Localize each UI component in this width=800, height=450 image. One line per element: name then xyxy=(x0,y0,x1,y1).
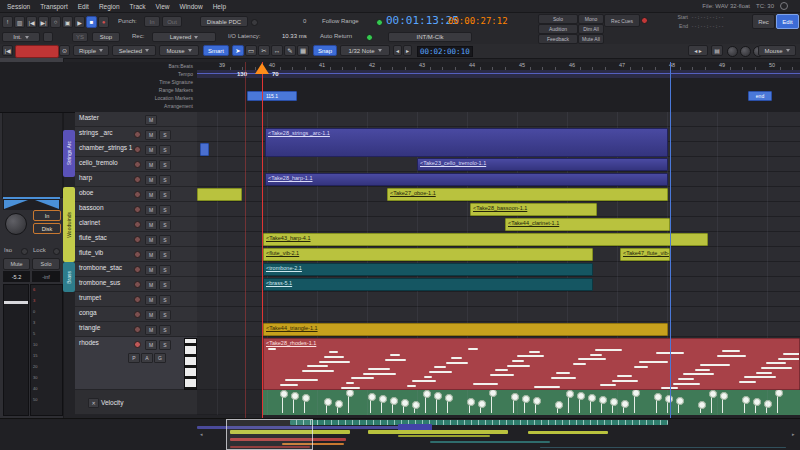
solo-button[interactable]: S xyxy=(159,220,171,230)
velocity-region[interactable] xyxy=(263,390,800,415)
pdc-led[interactable] xyxy=(251,19,258,26)
menu-help[interactable]: Help xyxy=(209,3,230,10)
velocity-lollipop[interactable] xyxy=(744,401,745,413)
timeline[interactable]: <Take28_strings _arc-1.1<Take23_cello_tr… xyxy=(197,112,800,415)
track-name[interactable]: chamber_strings 1 xyxy=(79,144,132,151)
go-to-start-button[interactable]: |◀ xyxy=(26,16,37,28)
velocity-lollipop[interactable] xyxy=(524,400,525,413)
midi-a-button[interactable]: A xyxy=(141,353,153,363)
velocity-lollipop[interactable] xyxy=(414,406,415,413)
smart-mode-button[interactable]: Smart xyxy=(203,45,229,56)
velocity-lollipop[interactable] xyxy=(392,402,393,413)
track-header-harp[interactable]: harpMS xyxy=(75,172,197,187)
record-enable-dot[interactable] xyxy=(134,341,141,348)
velocity-lollipop[interactable] xyxy=(513,398,514,413)
edit-point-select[interactable]: Mouse xyxy=(159,45,199,56)
record-enable-dot[interactable] xyxy=(134,296,141,303)
menu-track[interactable]: Track xyxy=(126,3,150,10)
midi-scroomer-keyboard[interactable] xyxy=(184,338,197,390)
velocity-lollipop[interactable] xyxy=(623,405,624,413)
midi-note[interactable] xyxy=(590,354,602,356)
record-enable-dot[interactable] xyxy=(134,266,141,273)
mute-button[interactable]: M xyxy=(145,280,157,290)
midi-note[interactable] xyxy=(490,374,514,376)
solo-button[interactable]: S xyxy=(159,325,171,335)
punch-out-button[interactable]: Out xyxy=(162,16,182,27)
midi-note[interactable] xyxy=(512,360,524,362)
track-header-trumpet[interactable]: trumpetMS xyxy=(75,292,197,307)
mute-button[interactable]: M xyxy=(145,175,157,185)
mute-button[interactable]: M xyxy=(145,295,157,305)
nudge-clock-button[interactable]: ◂ ▸ xyxy=(688,45,708,56)
secondary-clock[interactable]: 00:00:27:12 xyxy=(448,16,508,26)
record-enable-dot[interactable] xyxy=(134,131,141,138)
menu-view[interactable]: View xyxy=(152,3,174,10)
group-tab-woodwinds[interactable]: Woodwinds xyxy=(63,187,75,262)
metronome-button[interactable]: ▥ xyxy=(14,16,25,28)
summary-right-arrow[interactable]: ▸ xyxy=(792,431,795,437)
midi-note[interactable] xyxy=(324,356,344,358)
solo-button[interactable]: S xyxy=(159,280,171,290)
solo-button[interactable]: S xyxy=(159,190,171,200)
midi-note[interactable] xyxy=(722,350,740,352)
midi-note[interactable] xyxy=(695,369,710,371)
midi-note[interactable] xyxy=(739,381,756,383)
expand-knob-icon[interactable] xyxy=(740,46,751,57)
nudge-back-button[interactable]: ◂ xyxy=(393,45,402,56)
region--take27-oboe-1-1[interactable]: <Take27_oboe-1.1 xyxy=(387,188,668,201)
midi-note[interactable] xyxy=(346,382,354,384)
mute-button[interactable]: M xyxy=(145,205,157,215)
timeline-row-conga[interactable] xyxy=(197,307,800,322)
record-enable-dot[interactable] xyxy=(134,146,141,153)
velocity-lollipop[interactable] xyxy=(579,397,580,413)
velocity-lollipop[interactable] xyxy=(777,394,778,413)
track-name[interactable]: rhodes xyxy=(79,339,99,346)
velocity-lollipop[interactable] xyxy=(469,403,470,413)
grab-tool[interactable]: ➤ xyxy=(232,45,244,56)
midi-note[interactable] xyxy=(341,387,360,389)
mute-button[interactable]: M xyxy=(145,115,157,125)
region--trombone-2-1[interactable]: <trombone-2.1 xyxy=(263,263,593,276)
solo-button[interactable]: S xyxy=(159,175,171,185)
track-header-clarinet[interactable]: clarinetMS xyxy=(75,217,197,232)
midi-note[interactable] xyxy=(556,372,570,374)
group-tab-strings-arc[interactable]: Strings Arc xyxy=(63,130,75,177)
session-summary[interactable]: ◂▸ xyxy=(0,418,800,450)
region--take44-clarinet-1-1[interactable]: <Take44_clarinet-1.1 xyxy=(505,218,670,231)
page-rec-button[interactable]: Rec xyxy=(752,14,775,29)
midi-note[interactable] xyxy=(744,376,776,378)
midi-note[interactable] xyxy=(683,373,714,375)
rec-cues-led[interactable] xyxy=(641,17,648,24)
monitor-mono-button[interactable]: Mono xyxy=(578,14,604,24)
alert-feedback-button[interactable]: Feedback xyxy=(538,34,578,44)
solo-button[interactable]: S xyxy=(159,265,171,275)
loop-button[interactable]: ○ xyxy=(50,16,61,28)
record-enable-dot[interactable] xyxy=(134,176,141,183)
timeline-row-Master[interactable] xyxy=(197,112,800,127)
midi-note[interactable] xyxy=(363,373,396,375)
midi-note[interactable] xyxy=(673,383,700,385)
midi-note[interactable] xyxy=(446,362,468,364)
location-marker[interactable]: 115.1 xyxy=(247,91,297,101)
solo-button[interactable]: S xyxy=(159,130,171,140)
mute-button[interactable]: M xyxy=(145,310,157,320)
region--take43-harp-4-1[interactable]: <Take43_harp-4.1 xyxy=(263,233,708,246)
midi-note[interactable] xyxy=(612,380,638,382)
track-name[interactable]: trumpet xyxy=(79,294,101,301)
peak-display[interactable]: -inf xyxy=(32,271,60,282)
zoom-focus-select[interactable]: Mouse xyxy=(758,45,796,56)
midi-note[interactable] xyxy=(429,371,452,373)
summary-left-arrow[interactable]: ◂ xyxy=(200,431,203,437)
midi-note[interactable] xyxy=(617,375,632,377)
lane-label-bars-beats[interactable]: Bars:Beats xyxy=(103,63,193,69)
midi-note[interactable] xyxy=(578,358,606,360)
velocity-lollipop[interactable] xyxy=(700,406,701,413)
midi-p-button[interactable]: P xyxy=(128,353,140,363)
monitor-dim-all-button[interactable]: Dim All xyxy=(578,24,604,34)
playhead-handle[interactable] xyxy=(255,63,269,74)
velocity-lollipop[interactable] xyxy=(535,402,536,413)
mute-button[interactable]: M xyxy=(145,340,157,350)
auto-return-led[interactable] xyxy=(366,34,373,41)
velocity-lollipop[interactable] xyxy=(634,394,635,413)
solo-button[interactable]: S xyxy=(159,310,171,320)
